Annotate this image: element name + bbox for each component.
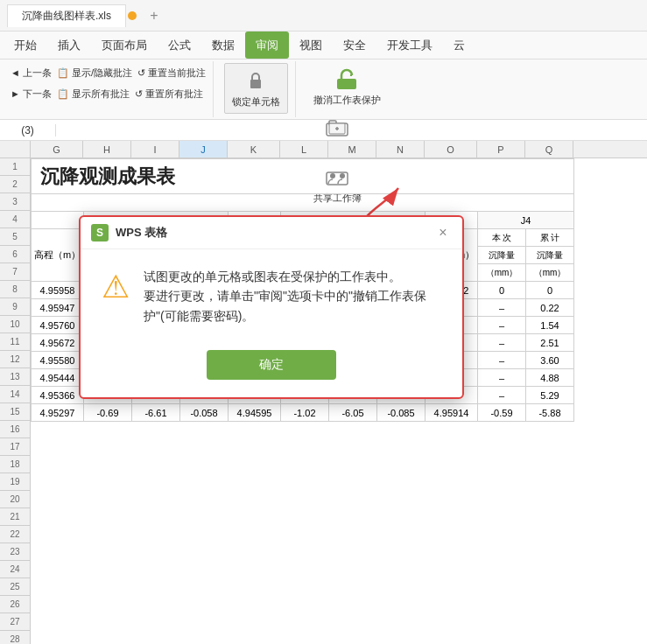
ribbon-group-lock: 锁定单元格 <box>217 61 296 117</box>
show-hide-icon: 📋 <box>57 67 69 79</box>
reset-all-button[interactable]: ↺ 重置所有批注 <box>135 88 203 101</box>
next-comment-button[interactable]: ► 下一条 <box>11 88 52 101</box>
unprotect-sheet-button[interactable]: 撤消工作表保护 <box>306 63 388 110</box>
dialog-ok-button[interactable]: 确定 <box>207 350 336 380</box>
ribbon: 开始 插入 页面布局 公式 数据 审阅 视图 安全 开发工具 云 <box>0 32 647 120</box>
tab-review[interactable]: 审阅 <box>245 32 289 59</box>
ribbon-row-2: ► 下一条 📋 显示所有批注 ↺ 重置所有批注 <box>11 84 203 103</box>
reset-current-icon: ↺ <box>137 67 145 79</box>
show-all-icon: 📋 <box>57 88 69 100</box>
svg-rect-1 <box>337 79 356 89</box>
filename: 沉降曲线图样表.xls <box>22 10 111 22</box>
reset-all-icon: ↺ <box>135 88 143 100</box>
lock-cell-button[interactable]: 锁定单元格 <box>224 63 288 114</box>
tab-insert[interactable]: 插入 <box>47 32 91 59</box>
tab-cloud[interactable]: 云 <box>443 32 475 59</box>
title-bar: 沉降曲线图样表.xls + <box>0 0 647 32</box>
warning-icon: ⚠ <box>102 269 130 305</box>
svg-rect-0 <box>250 80 261 88</box>
ribbon-group-comments: ◄ 上一条 📋 显示/隐藏批注 ↺ 重置当前批注 ► 下一条 📋 <box>4 61 214 117</box>
add-tab-button[interactable]: + <box>144 5 165 26</box>
ribbon-row-1: ◄ 上一条 📋 显示/隐藏批注 ↺ 重置当前批注 <box>11 63 206 82</box>
ribbon-content: ◄ 上一条 📋 显示/隐藏批注 ↺ 重置当前批注 ► 下一条 📋 <box>0 60 647 119</box>
prev-comment-button[interactable]: ◄ 上一条 <box>11 66 52 80</box>
tab-start[interactable]: 开始 <box>4 32 47 59</box>
tab-data[interactable]: 数据 <box>201 32 245 59</box>
unsaved-dot <box>128 11 137 20</box>
dialog-overlay: S WPS 表格 × ⚠ 试图更改的单元格或图表在受保护的工作表中。 要进行更改… <box>0 141 647 644</box>
show-all-button[interactable]: 📋 显示所有批注 <box>57 88 130 101</box>
wps-logo-icon: S <box>91 224 109 242</box>
reset-current-button[interactable]: ↺ 重置当前批注 <box>137 66 206 80</box>
alert-dialog: S WPS 表格 × ⚠ 试图更改的单元格或图表在受保护的工作表中。 要进行更改… <box>79 215 464 399</box>
tab-developer[interactable]: 开发工具 <box>376 32 443 59</box>
unprotect-icon <box>334 66 359 91</box>
dialog-message: 试图更改的单元格或图表在受保护的工作表中。 要进行更改，请单击"审阅"选项卡中的… <box>144 267 426 326</box>
tab-formula[interactable]: 公式 <box>158 32 201 59</box>
dialog-title-bar: S WPS 表格 × <box>81 217 462 249</box>
sheet-container: G H I J K L M N O P Q 1 2 3 4 5 6 7 8 9 … <box>0 141 647 644</box>
lock-icon <box>243 68 268 93</box>
tab-view[interactable]: 视图 <box>289 32 333 59</box>
show-hide-comment-button[interactable]: 📋 显示/隐藏批注 <box>57 66 132 80</box>
ribbon-tab-bar: 开始 插入 页面布局 公式 数据 审阅 视图 安全 开发工具 云 <box>0 32 647 60</box>
cell-reference: (3) <box>4 124 56 136</box>
tab-page-layout[interactable]: 页面布局 <box>91 32 158 59</box>
next-icon: ► <box>11 88 20 99</box>
dialog-title: WPS 表格 <box>116 225 427 241</box>
dialog-close-button[interactable]: × <box>434 224 452 242</box>
protect-workbook-icon <box>325 116 349 140</box>
tab-security[interactable]: 安全 <box>333 32 376 59</box>
dialog-footer: 确定 <box>81 343 462 397</box>
ribbon-group-protect: 撤消工作表保护 保护工作簿 共享工作簿 <box>299 61 395 117</box>
dialog-body: ⚠ 试图更改的单元格或图表在受保护的工作表中。 要进行更改，请单击"审阅"选项卡… <box>81 249 462 343</box>
file-tab[interactable]: 沉降曲线图样表.xls <box>7 4 126 27</box>
prev-icon: ◄ <box>11 67 20 78</box>
